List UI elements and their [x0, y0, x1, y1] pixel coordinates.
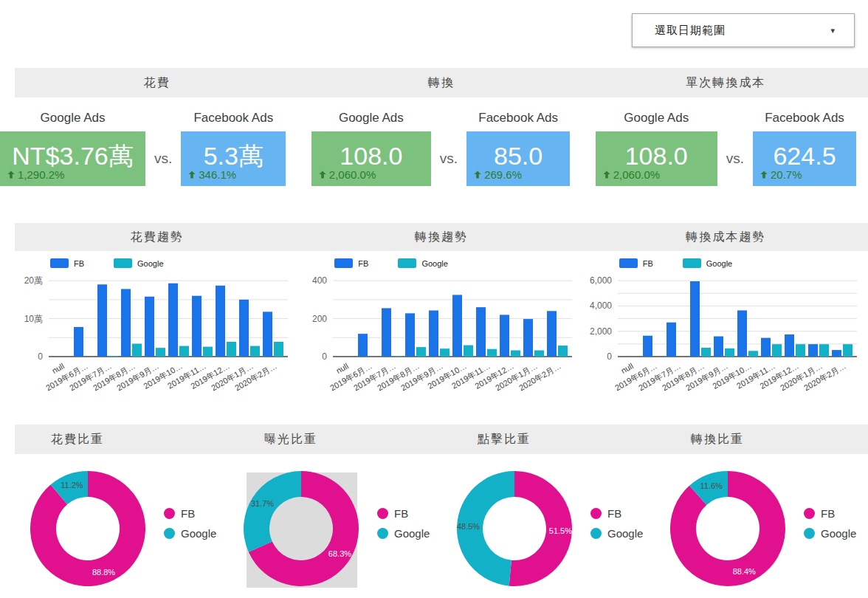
- bar-fb[interactable]: [785, 334, 794, 357]
- scorecard-card-facebook-spend[interactable]: 5.3萬 346.1%: [181, 131, 286, 186]
- bar-chart-spend: 010萬20萬null2019年6月…2019年7月…2019年8月…2019年…: [15, 268, 299, 410]
- bar-fb[interactable]: [74, 327, 83, 357]
- donut-legend: FB Google: [377, 507, 430, 593]
- scorecard-card-facebook-cpa[interactable]: 624.5 20.7%: [753, 131, 856, 186]
- bar-fb[interactable]: [145, 297, 154, 357]
- scorecard-card-google-conversions[interactable]: 108.0 2,060.0%: [311, 131, 431, 186]
- bar-fb[interactable]: [523, 319, 533, 357]
- donut-chart-impressions: 68.3%31.7%: [238, 466, 365, 593]
- bar-google[interactable]: [250, 346, 260, 357]
- slice-percent-label: 31.7%: [251, 499, 274, 508]
- donut-chart-svg[interactable]: 88.4%11.6%: [665, 466, 790, 591]
- bar-fb[interactable]: [263, 312, 272, 357]
- bar-google[interactable]: [487, 349, 497, 357]
- bar-fb[interactable]: [761, 338, 771, 357]
- legend-swatch-fb: [50, 258, 69, 268]
- bar-google[interactable]: [156, 348, 165, 357]
- up-arrow-icon: [188, 171, 196, 179]
- scorecard-source-label: Google Ads: [41, 111, 106, 126]
- bar-fb[interactable]: [500, 315, 509, 357]
- bar-google[interactable]: [725, 348, 734, 357]
- bar-chart-svg[interactable]: 010萬20萬null2019年6月…2019年7月…2019年8月…2019年…: [15, 268, 289, 410]
- bar-google[interactable]: [534, 351, 544, 357]
- bar-fb[interactable]: [476, 307, 486, 357]
- legend-label-fb: FB: [358, 259, 368, 268]
- bar-fb[interactable]: [192, 296, 202, 357]
- legend-item-google: Google: [164, 527, 216, 540]
- bar-google[interactable]: [819, 344, 829, 357]
- bar-fb[interactable]: [808, 344, 818, 357]
- bar-fb[interactable]: [547, 311, 557, 357]
- bar-fb[interactable]: [405, 313, 415, 357]
- legend-label-fb: FB: [821, 507, 835, 520]
- bar-chart-cpa: 02,0004,0006,000null2019年6月…2019年7月…2019…: [584, 268, 868, 410]
- bar-google[interactable]: [796, 344, 805, 357]
- bar-google[interactable]: [748, 351, 758, 357]
- bar-google[interactable]: [464, 346, 473, 357]
- donut-col-clicks: 51.5%48.5% FB Google: [441, 466, 655, 593]
- legend-item-fb: FB: [164, 507, 216, 520]
- scorecard-source-label: Facebook Ads: [478, 111, 558, 126]
- donut-chart-svg[interactable]: 51.5%48.5%: [452, 466, 577, 591]
- share-header-band: 花費比重 曝光比重 點擊比重 轉換比重: [15, 425, 868, 454]
- bar-fb[interactable]: [737, 310, 747, 357]
- bar-chart-svg[interactable]: 02,0004,0006,000null2019年6月…2019年7月…2019…: [584, 268, 858, 410]
- chart-title: 曝光比重: [228, 432, 354, 447]
- donut-slice-google[interactable]: [244, 471, 301, 552]
- bar-fb[interactable]: [121, 289, 131, 357]
- bar-fb[interactable]: [690, 281, 700, 357]
- trend-header-cpa: 轉換成本趨勢: [584, 230, 868, 245]
- slice-percent-label: 88.4%: [733, 567, 756, 576]
- date-range-label: 選取日期範圍: [655, 24, 726, 38]
- bar-google[interactable]: [274, 342, 283, 357]
- bar-fb[interactable]: [216, 286, 225, 357]
- bar-google[interactable]: [558, 346, 568, 357]
- bar-fb[interactable]: [666, 323, 676, 357]
- bar-google[interactable]: [416, 347, 426, 357]
- bar-fb[interactable]: [97, 284, 107, 357]
- legend-dot-fb: [804, 508, 815, 519]
- bar-google[interactable]: [203, 347, 213, 357]
- bar-google[interactable]: [132, 344, 142, 357]
- scorecard-group-cpa: Google Ads 108.0 2,060.0% vs. Facebook A…: [596, 111, 856, 186]
- bar-google[interactable]: [772, 344, 782, 357]
- section-title: 花費: [144, 75, 170, 91]
- bar-google[interactable]: [843, 344, 852, 357]
- scorecard-delta: 2,060.0%: [319, 168, 376, 181]
- donut-chart-svg[interactable]: 88.8%11.2%: [25, 466, 151, 591]
- bar-fb[interactable]: [832, 350, 841, 357]
- scorecard-facebook-spend: Facebook Ads 5.3萬 346.1%: [181, 111, 286, 186]
- y-axis-tick-label: 6,000: [590, 275, 612, 286]
- trend-chart-conversions: FB Google 0200400null2019年6月…2019年7月…201…: [299, 251, 583, 410]
- scorecard-value: 108.0: [625, 143, 688, 168]
- bar-google[interactable]: [701, 348, 711, 357]
- legend-label-fb: FB: [643, 259, 653, 268]
- bar-fb[interactable]: [239, 300, 249, 357]
- toolbar: 選取日期範圍 ▾: [0, 0, 868, 47]
- bar-google[interactable]: [179, 346, 189, 357]
- bar-fb[interactable]: [452, 295, 462, 357]
- bar-chart-svg[interactable]: 0200400null2019年6月…2019年7月…2019年8月…2019年…: [299, 268, 574, 410]
- date-range-picker[interactable]: 選取日期範圍 ▾: [632, 13, 855, 47]
- bar-fb[interactable]: [429, 311, 438, 357]
- donut-chart-svg[interactable]: 68.3%31.7%: [238, 466, 364, 591]
- section-header-spend: 花費: [15, 75, 299, 91]
- bar-google[interactable]: [440, 348, 450, 357]
- bar-google[interactable]: [393, 356, 402, 357]
- bar-fb[interactable]: [643, 336, 652, 357]
- bar-google[interactable]: [108, 356, 118, 357]
- bar-google[interactable]: [227, 342, 236, 357]
- section-header-cpa: 單次轉換成本: [584, 75, 868, 91]
- bar-fb[interactable]: [168, 283, 178, 357]
- scorecard-card-google-cpa[interactable]: 108.0 2,060.0%: [596, 131, 717, 186]
- donut-chart-clicks: 51.5%48.5%: [452, 466, 579, 593]
- bar-google[interactable]: [511, 351, 520, 357]
- slice-percent-label: 88.8%: [92, 568, 115, 577]
- scorecard-card-facebook-conversions[interactable]: 85.0 269.6%: [466, 131, 570, 186]
- scorecard-card-google-spend[interactable]: NT$3.76萬 1,290.2%: [0, 131, 145, 186]
- y-axis-tick-label: 2,000: [590, 326, 612, 337]
- bar-fb[interactable]: [382, 308, 391, 357]
- legend-swatch-google: [398, 258, 416, 268]
- bar-fb[interactable]: [714, 337, 723, 357]
- bar-fb[interactable]: [358, 334, 368, 357]
